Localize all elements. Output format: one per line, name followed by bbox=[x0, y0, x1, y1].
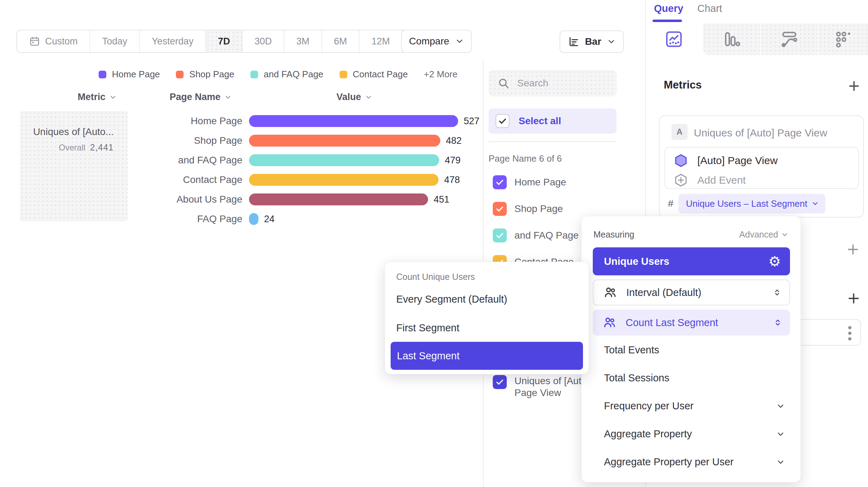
table-row: Shop Page 482 bbox=[0, 131, 483, 150]
check-icon bbox=[498, 117, 507, 126]
legend-more[interactable]: +2 More bbox=[424, 69, 457, 80]
select-all-checkbox[interactable] bbox=[496, 114, 510, 128]
chevron-down-icon bbox=[365, 93, 372, 101]
bar-home-page[interactable] bbox=[249, 115, 458, 127]
chevron-down-icon bbox=[224, 93, 232, 101]
date-range-6m[interactable]: 6M bbox=[322, 30, 360, 52]
table-row: Home Page 527 bbox=[0, 111, 483, 131]
chart-legend: Home Page Shop Page and FAQ Page Contact… bbox=[99, 69, 457, 80]
date-range-12m[interactable]: 12M bbox=[360, 30, 403, 52]
date-range-today[interactable]: Today bbox=[90, 30, 140, 52]
report-type-flows[interactable] bbox=[761, 23, 818, 55]
interval-default-row[interactable]: Interval (Default) bbox=[593, 280, 790, 305]
checkbox-checked[interactable] bbox=[493, 228, 507, 242]
add-breakdown-button[interactable] bbox=[847, 292, 860, 305]
add-event-button[interactable]: Add Event bbox=[674, 173, 746, 188]
date-range-7d-selected[interactable]: 7D bbox=[206, 30, 243, 52]
date-range-segmented-control: Custom Today Yesterday 7D 30D 3M 6M 12M … bbox=[16, 30, 458, 53]
report-type-retention[interactable] bbox=[818, 23, 868, 55]
sort-updown-icon bbox=[773, 318, 782, 327]
checkbox-checked[interactable] bbox=[493, 375, 507, 389]
measuring-menu: Measuring Advanced Unique Users ⚙ Interv… bbox=[581, 216, 801, 482]
chevron-down-icon bbox=[109, 93, 117, 101]
active-tab-indicator bbox=[653, 20, 682, 22]
table-row: About Us Page 451 bbox=[0, 190, 483, 209]
legend-item[interactable]: Home Page bbox=[99, 69, 160, 80]
metric-letter-badge: A bbox=[671, 124, 688, 140]
tab-query[interactable]: Query bbox=[654, 3, 683, 14]
metrics-heading: Metrics bbox=[664, 79, 702, 91]
option-frequency-per-user[interactable]: Frequency per User bbox=[604, 400, 785, 412]
count-last-segment-row[interactable]: Count Last Segment bbox=[593, 310, 790, 336]
legend-item[interactable]: Shop Page bbox=[176, 69, 234, 80]
report-type-funnels[interactable] bbox=[703, 23, 760, 55]
menu-option-every-segment[interactable]: Every Segment (Default) bbox=[396, 294, 507, 305]
app-window: Custom Today Yesterday 7D 30D 3M 6M 12M … bbox=[0, 0, 868, 487]
legend-swatch bbox=[176, 71, 184, 78]
tab-chart[interactable]: Chart bbox=[697, 3, 722, 14]
check-icon bbox=[495, 231, 504, 240]
event-row[interactable]: [Auto] Page View bbox=[674, 153, 778, 168]
measurement-pill-dropdown[interactable]: Unique Users – Last Segment bbox=[678, 194, 826, 213]
horizontal-bar-chart-icon bbox=[568, 36, 579, 48]
chart-type-dropdown[interactable]: Bar bbox=[560, 30, 624, 53]
date-range-30d[interactable]: 30D bbox=[243, 30, 285, 52]
checkbox-checked[interactable] bbox=[493, 175, 507, 189]
legend-item[interactable]: Contact Page bbox=[340, 69, 408, 80]
date-range-custom[interactable]: Custom bbox=[17, 30, 90, 52]
chevron-down-icon bbox=[781, 231, 789, 239]
column-header-metric[interactable]: Metric bbox=[78, 92, 117, 103]
search-icon bbox=[498, 77, 510, 89]
column-header-value[interactable]: Value bbox=[336, 92, 372, 103]
kebab-menu-icon[interactable]: ••• bbox=[848, 325, 852, 341]
measuring-title: Measuring bbox=[593, 230, 634, 240]
advanced-dropdown[interactable]: Advanced bbox=[739, 230, 789, 240]
menu-option-last-segment-selected[interactable]: Last Segment bbox=[391, 342, 583, 370]
chevron-down-icon bbox=[776, 430, 785, 439]
check-icon bbox=[495, 377, 504, 387]
bar-shop-page[interactable] bbox=[249, 135, 440, 147]
count-unique-users-menu: Count Unique Users Every Segment (Defaul… bbox=[385, 262, 589, 374]
option-total-sessions[interactable]: Total Sessions bbox=[604, 372, 669, 384]
search-placeholder: Search bbox=[517, 78, 548, 89]
menu-title: Count Unique Users bbox=[396, 272, 475, 282]
unique-users-selected-option[interactable]: Unique Users ⚙ bbox=[593, 247, 790, 275]
filter-item-home-page[interactable]: Home Page bbox=[489, 172, 617, 192]
bar-and-faq-page[interactable] bbox=[249, 154, 439, 166]
checkbox-checked[interactable] bbox=[493, 202, 507, 216]
table-row: and FAQ Page 479 bbox=[0, 150, 483, 170]
chevron-down-icon bbox=[776, 402, 785, 411]
compare-button[interactable]: Compare bbox=[401, 30, 472, 53]
gear-icon[interactable]: ⚙ bbox=[768, 254, 781, 268]
legend-swatch bbox=[340, 71, 347, 78]
report-type-insights-active[interactable] bbox=[646, 23, 702, 55]
option-aggregate-property[interactable]: Aggregate Property bbox=[604, 428, 785, 440]
option-total-events[interactable]: Total Events bbox=[604, 344, 659, 356]
option-aggregate-property-per-user[interactable]: Aggregate Property per User bbox=[604, 456, 785, 468]
add-filter-button[interactable] bbox=[846, 243, 860, 256]
legend-swatch bbox=[250, 71, 258, 78]
add-metric-button[interactable] bbox=[848, 80, 860, 92]
chevron-down-icon bbox=[811, 200, 819, 207]
bar-contact-page[interactable] bbox=[249, 174, 439, 186]
filter-group-label: Page Name 6 of 6 bbox=[489, 153, 562, 164]
users-icon bbox=[603, 285, 617, 299]
legend-swatch bbox=[99, 71, 106, 78]
flows-icon bbox=[780, 30, 799, 49]
date-range-yesterday[interactable]: Yesterday bbox=[140, 30, 206, 52]
calendar-icon bbox=[29, 36, 40, 47]
measurement-row: # Unique Users – Last Segment bbox=[668, 194, 825, 213]
column-header-page-name[interactable]: Page Name bbox=[170, 92, 232, 103]
date-range-3m[interactable]: 3M bbox=[284, 30, 322, 52]
select-all-row[interactable]: Select all bbox=[489, 108, 617, 134]
search-input[interactable]: Search bbox=[489, 70, 617, 97]
legend-item[interactable]: and FAQ Page bbox=[250, 69, 323, 80]
bar-about-us-page[interactable] bbox=[249, 193, 428, 205]
check-icon bbox=[495, 204, 504, 213]
menu-option-first-segment[interactable]: First Segment bbox=[396, 322, 460, 334]
metric-card-title: Uniques of [Auto] Page View bbox=[694, 127, 827, 139]
chevron-down-icon bbox=[776, 458, 785, 467]
divider bbox=[489, 141, 617, 142]
date-range-custom-label: Custom bbox=[45, 36, 78, 47]
bar-faq-page[interactable] bbox=[249, 213, 258, 225]
